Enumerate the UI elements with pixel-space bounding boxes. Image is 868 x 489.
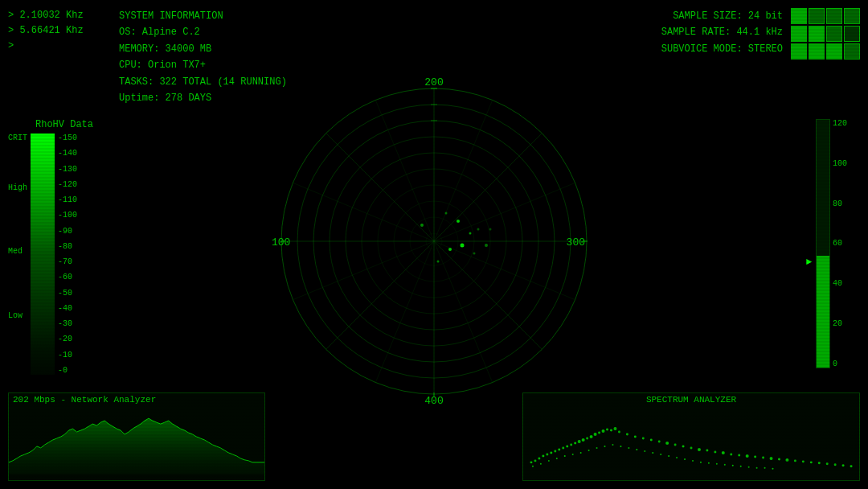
svg-point-106 [628,447,629,449]
network-panel: 202 Mbps - Network Analyzer [8,392,265,481]
svg-point-94 [532,466,534,467]
scale-120: 120 [833,119,847,128]
svg-point-104 [612,444,613,446]
svg-point-78 [730,453,732,455]
legend-panel: RhoHV Data CRIT High Med Low [8,119,121,375]
label-high: High [8,183,27,192]
svg-point-87 [802,460,805,462]
grid-cell-12 [844,43,860,60]
svg-point-30 [457,220,460,223]
svg-point-80 [746,454,749,458]
svg-point-103 [604,446,606,447]
grid-cell-4 [844,8,860,24]
svg-point-77 [722,451,725,454]
svg-point-109 [652,452,653,454]
svg-point-59 [598,432,600,434]
svg-point-49 [558,448,560,450]
svg-point-75 [706,449,708,451]
scale-arrow: ► [806,257,812,268]
sample-panel: SAMPLE SIZE: 24 bit SAMPLE RATE: 44.1 kH… [661,8,860,60]
svg-point-42 [530,461,532,463]
svg-text:300: 300 [567,236,585,249]
svg-point-48 [554,450,556,452]
svg-point-36 [461,244,465,248]
svg-point-102 [596,447,598,449]
svg-point-37 [420,224,424,227]
lv-30: -30 [58,319,77,328]
spectrum-panel: SPECTRUM ANALYZER [522,392,860,481]
svg-point-82 [762,456,764,458]
svg-point-110 [660,454,661,455]
svg-point-113 [684,458,686,460]
grid-cell-3 [826,8,842,24]
svg-point-44 [538,457,540,459]
svg-point-61 [606,429,608,431]
lv-80: -80 [58,242,77,251]
grid-cell-2 [809,8,825,24]
lv-10: -10 [58,351,77,360]
svg-point-65 [626,434,628,436]
svg-point-99 [572,454,574,455]
grid-cell-9 [791,43,807,60]
lv-0: -0 [58,366,77,375]
freq-item-2[interactable]: > 5.66421 Khz [8,23,84,39]
svg-point-114 [692,460,694,462]
svg-marker-41 [9,418,264,475]
svg-point-81 [754,455,756,458]
svg-text:200: 200 [424,76,443,88]
svg-point-60 [602,429,605,433]
svg-point-33 [477,228,480,231]
freq-caret: > [8,39,84,54]
svg-point-115 [700,462,702,463]
lv-140: -140 [58,149,77,158]
label-low: Low [8,311,27,320]
svg-point-95 [540,463,542,465]
svg-point-107 [636,449,637,450]
scale-100: 100 [833,159,847,168]
freq-item-1[interactable]: > 2.10032 Khz [8,8,84,23]
svg-point-118 [724,464,726,466]
screen: > 2.10032 Khz > 5.66421 Khz > SYSTEM INF… [0,0,868,489]
sysinfo-memory: MEMORY: 34000 MB [119,41,287,57]
label-crit: CRIT [8,134,27,142]
svg-point-43 [534,459,536,462]
lv-90: -90 [58,227,77,236]
svg-point-122 [756,467,758,469]
svg-point-121 [748,466,750,468]
legend-bar-container: CRIT High Med Low -150 [8,134,121,375]
sample-text: SAMPLE SIZE: 24 bit SAMPLE RATE: 44.1 kH… [661,8,783,57]
sysinfo-os: OS: Alpine C.2 [119,24,287,40]
svg-point-105 [620,446,621,447]
grid-cell-6 [809,26,825,42]
scale-20: 20 [833,319,847,328]
svg-point-53 [574,442,576,444]
svg-point-39 [485,244,488,247]
svg-point-66 [634,436,637,438]
sample-mode: SUBVOICE MODE: STEREO [661,41,783,57]
svg-point-40 [489,228,492,231]
svg-point-85 [785,458,788,462]
spectrum-title: SPECTRUM ANALYZER [523,393,859,406]
svg-point-91 [834,463,837,466]
sysinfo-tasks: TASKS: 322 TOTAL (14 RUNNING) [119,74,287,90]
svg-point-76 [714,450,716,453]
scale-80: 80 [833,199,847,208]
svg-text:100: 100 [272,236,290,249]
scale-60: 60 [833,239,847,248]
radar-panel: 200 400 100 300 [265,72,603,410]
grid-cell-1 [791,8,807,24]
svg-point-46 [546,453,548,455]
svg-point-112 [676,457,678,458]
svg-point-73 [690,446,693,449]
svg-point-97 [556,458,558,459]
grid-cell-11 [826,43,842,60]
grid-cell-5 [791,26,807,42]
svg-point-57 [590,435,593,438]
lv-70: -70 [58,257,77,266]
scale-labels: 120 100 80 60 40 20 0 [833,119,847,368]
lv-40: -40 [58,304,77,313]
svg-point-50 [562,446,564,449]
svg-point-35 [437,261,440,263]
svg-point-119 [732,465,734,466]
lv-120: -120 [58,180,77,189]
